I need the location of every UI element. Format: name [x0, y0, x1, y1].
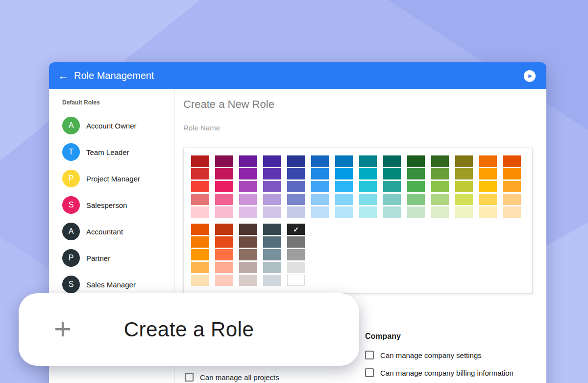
color-swatch[interactable]: [455, 206, 473, 218]
color-swatch[interactable]: [383, 155, 401, 167]
color-swatch[interactable]: [407, 168, 425, 179]
color-swatch[interactable]: [239, 168, 257, 179]
color-swatch[interactable]: [359, 181, 377, 192]
color-swatch[interactable]: [239, 194, 257, 205]
color-swatch[interactable]: [263, 194, 281, 205]
color-swatch[interactable]: [287, 181, 305, 192]
color-swatch[interactable]: [215, 236, 233, 248]
color-swatch[interactable]: [311, 181, 329, 192]
color-swatch[interactable]: [431, 206, 449, 218]
color-swatch[interactable]: [455, 155, 473, 167]
color-swatch[interactable]: [239, 181, 257, 192]
color-swatch[interactable]: [263, 249, 281, 260]
color-swatch[interactable]: [215, 168, 233, 179]
color-swatch[interactable]: [191, 275, 209, 286]
role-list-item[interactable]: A Accountant: [62, 218, 174, 245]
color-swatch[interactable]: [479, 155, 497, 167]
color-swatch[interactable]: [431, 168, 449, 179]
color-swatch[interactable]: [215, 249, 233, 260]
color-swatch[interactable]: [239, 236, 257, 248]
color-swatch[interactable]: [239, 262, 257, 273]
color-swatch[interactable]: [335, 168, 353, 179]
color-swatch[interactable]: [287, 275, 305, 286]
color-swatch[interactable]: [455, 194, 473, 205]
color-swatch[interactable]: [503, 194, 521, 205]
color-swatch[interactable]: [407, 194, 425, 205]
checkbox[interactable]: [365, 368, 374, 377]
role-name-input[interactable]: [183, 124, 533, 139]
color-swatch[interactable]: [431, 181, 449, 192]
color-swatch[interactable]: [215, 194, 233, 205]
color-swatch[interactable]: [239, 249, 257, 260]
color-swatch[interactable]: [311, 194, 329, 205]
color-swatch[interactable]: [311, 168, 329, 179]
color-swatch[interactable]: [455, 181, 473, 192]
color-swatch[interactable]: [335, 181, 353, 192]
play-button[interactable]: ▶: [524, 70, 536, 82]
color-swatch[interactable]: [455, 168, 473, 179]
color-swatch[interactable]: [191, 155, 209, 167]
color-swatch[interactable]: [479, 168, 497, 179]
color-swatch[interactable]: [287, 236, 305, 248]
color-swatch[interactable]: [383, 206, 401, 218]
role-list-item[interactable]: S Salesperson: [62, 192, 174, 218]
color-swatch[interactable]: [191, 249, 209, 260]
color-swatch[interactable]: [215, 275, 233, 286]
back-arrow-icon[interactable]: ←: [58, 71, 71, 81]
color-swatch[interactable]: [239, 206, 257, 218]
role-list-item[interactable]: T Team Leader: [62, 139, 174, 165]
role-list-item[interactable]: P Partner: [62, 245, 174, 271]
color-swatch[interactable]: [359, 194, 377, 205]
color-swatch[interactable]: [263, 275, 281, 286]
color-swatch[interactable]: [503, 181, 521, 192]
color-swatch[interactable]: [263, 181, 281, 192]
color-swatch[interactable]: [359, 206, 377, 218]
color-swatch[interactable]: [287, 168, 305, 179]
color-swatch[interactable]: [239, 155, 257, 167]
color-swatch[interactable]: [215, 224, 233, 235]
color-swatch[interactable]: [191, 224, 209, 235]
color-swatch[interactable]: [479, 181, 497, 192]
color-swatch[interactable]: [335, 155, 353, 167]
color-swatch[interactable]: [287, 194, 305, 205]
color-swatch[interactable]: [287, 206, 305, 218]
color-swatch[interactable]: [215, 181, 233, 192]
color-swatch[interactable]: [287, 249, 305, 260]
permission-checkbox-item[interactable]: Can manage company billing information: [365, 368, 514, 377]
color-swatch[interactable]: [239, 224, 257, 235]
color-swatch[interactable]: [215, 155, 233, 167]
color-swatch[interactable]: [239, 275, 257, 286]
color-swatch[interactable]: [215, 262, 233, 273]
color-swatch[interactable]: [287, 262, 305, 273]
color-swatch[interactable]: [359, 155, 377, 167]
color-swatch[interactable]: [191, 262, 209, 273]
role-list-item[interactable]: A Account Owner: [62, 112, 174, 139]
color-swatch[interactable]: [311, 155, 329, 167]
color-swatch[interactable]: [335, 206, 353, 218]
color-swatch[interactable]: [383, 181, 401, 192]
permission-checkbox-item[interactable]: Can manage company settings: [365, 351, 514, 359]
color-swatch[interactable]: [311, 206, 329, 218]
color-swatch[interactable]: [503, 168, 521, 179]
color-swatch[interactable]: [191, 181, 209, 192]
color-swatch[interactable]: [431, 155, 449, 167]
color-swatch[interactable]: [263, 168, 281, 179]
color-swatch[interactable]: [263, 155, 281, 167]
color-swatch[interactable]: [263, 206, 281, 218]
color-swatch[interactable]: [359, 168, 377, 179]
color-swatch[interactable]: [479, 194, 497, 205]
color-swatch[interactable]: [383, 194, 401, 205]
color-swatch[interactable]: [407, 206, 425, 218]
color-swatch[interactable]: [287, 155, 305, 167]
color-swatch[interactable]: [191, 236, 209, 248]
color-swatch[interactable]: [263, 224, 281, 235]
color-swatch[interactable]: [215, 206, 233, 218]
color-swatch[interactable]: [479, 206, 497, 218]
color-swatch[interactable]: [263, 236, 281, 248]
color-swatch[interactable]: [407, 181, 425, 192]
color-swatch[interactable]: [503, 206, 521, 218]
color-swatch[interactable]: [431, 194, 449, 205]
color-swatch[interactable]: [263, 262, 281, 273]
color-swatch[interactable]: [407, 155, 425, 167]
checkbox[interactable]: [185, 373, 194, 382]
